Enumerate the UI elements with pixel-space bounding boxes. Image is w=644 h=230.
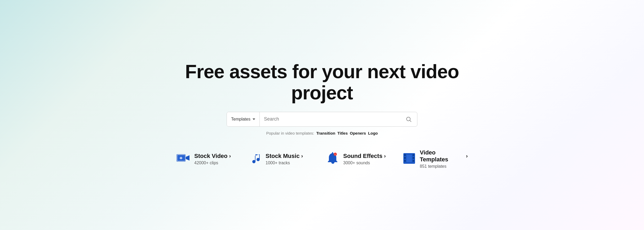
search-input[interactable]: [260, 116, 400, 122]
svg-text:!: !: [335, 153, 336, 156]
category-dropdown[interactable]: Templates: [227, 112, 260, 126]
category-sound-effects[interactable]: ! Sound Effects › 3000+ sounds: [327, 149, 392, 169]
search-icon: [405, 116, 412, 122]
svg-rect-19: [407, 155, 412, 162]
sound-effects-count: 3000+ sounds: [343, 161, 386, 165]
sound-effects-name: Sound Effects ›: [343, 153, 386, 160]
svg-rect-15: [404, 160, 406, 162]
tag-openers[interactable]: Openers: [350, 131, 366, 135]
svg-point-0: [407, 117, 410, 121]
svg-rect-14: [404, 157, 406, 159]
video-templates-count: 851 templates: [420, 164, 468, 169]
stock-video-text: Stock Video › 42000+ clips: [194, 153, 231, 165]
page-title: Free assets for your next video project: [163, 61, 481, 103]
svg-rect-9: [181, 157, 181, 160]
sound-effects-text: Sound Effects › 3000+ sounds: [343, 153, 386, 165]
popular-label: Popular in video templates:: [266, 131, 314, 135]
svg-line-1: [410, 120, 411, 121]
tag-logo[interactable]: Logo: [368, 131, 378, 135]
tag-transition[interactable]: Transition: [316, 131, 335, 135]
search-bar: Templates: [227, 112, 417, 127]
search-section: Templates Popular in video templates: Tr…: [227, 112, 417, 135]
video-camera-icon: [176, 153, 190, 165]
category-stock-music[interactable]: Stock Music › 1000+ tracks: [252, 149, 317, 169]
stock-music-count: 1000+ tracks: [266, 161, 303, 165]
music-note-icon: [252, 152, 261, 166]
category-stock-video[interactable]: Stock Video › 42000+ clips: [176, 149, 241, 169]
svg-rect-13: [404, 154, 406, 156]
video-templates-arrow: ›: [466, 153, 468, 159]
stock-video-name: Stock Video ›: [194, 153, 231, 160]
svg-marker-4: [186, 155, 189, 161]
categories-section: Stock Video › 42000+ clips Stock Music ›…: [176, 149, 468, 169]
stock-music-arrow: ›: [301, 153, 303, 159]
stock-music-text: Stock Music › 1000+ tracks: [266, 153, 303, 165]
film-strip-icon: [403, 152, 416, 166]
popular-tags-section: Popular in video templates: Transition T…: [266, 131, 378, 135]
category-video-templates[interactable]: Video Templates › 851 templates: [403, 149, 468, 169]
bell-icon: !: [327, 152, 339, 166]
sound-effects-arrow: ›: [384, 153, 386, 159]
svg-rect-18: [413, 160, 414, 162]
chevron-down-icon: [253, 118, 255, 120]
video-templates-name: Video Templates ›: [420, 149, 468, 163]
hero-section: Free assets for your next video project …: [163, 61, 481, 169]
stock-video-count: 42000+ clips: [194, 161, 231, 165]
dropdown-label: Templates: [231, 117, 250, 122]
stock-music-name: Stock Music ›: [266, 153, 303, 160]
stock-video-arrow: ›: [229, 153, 231, 159]
svg-rect-17: [413, 157, 414, 159]
video-templates-text: Video Templates › 851 templates: [420, 149, 468, 169]
svg-rect-16: [413, 154, 414, 156]
search-button[interactable]: [400, 116, 417, 122]
tag-titles[interactable]: Titles: [337, 131, 348, 135]
